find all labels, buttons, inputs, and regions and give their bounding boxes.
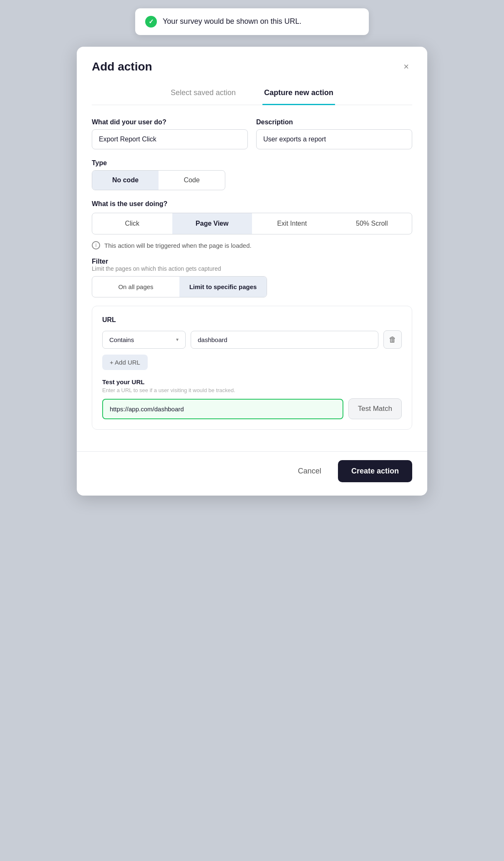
type-group: Type No code Code [92, 159, 412, 190]
url-contains-select[interactable]: Contains ▾ [102, 331, 186, 349]
type-label: Type [92, 159, 412, 167]
modal-footer: Cancel Create action [77, 451, 427, 496]
test-match-button[interactable]: Test Match [348, 398, 402, 419]
action-name-group: What did your user do? [92, 118, 248, 149]
info-icon: i [92, 241, 100, 249]
cancel-button[interactable]: Cancel [288, 461, 331, 481]
chevron-down-icon: ▾ [176, 337, 179, 342]
action-click-button[interactable]: Click [92, 213, 172, 234]
action-scroll-button[interactable]: 50% Scroll [332, 213, 412, 234]
info-message: i This action will be triggered when the… [92, 241, 412, 249]
type-no-code-button[interactable]: No code [92, 171, 159, 190]
success-icon [145, 16, 157, 28]
close-button[interactable]: × [400, 60, 412, 73]
type-toggle: No code Code [92, 170, 225, 190]
tab-capture-new[interactable]: Capture new action [262, 83, 335, 105]
add-url-button[interactable]: + Add URL [102, 355, 148, 370]
url-section: URL Contains ▾ 🗑 + Add URL Test your URL… [92, 306, 412, 430]
description-group: Description [256, 118, 412, 149]
add-action-modal: Add action × Select saved action Capture… [77, 47, 427, 496]
url-contains-label: Contains [109, 336, 134, 343]
toast-message: Your survey would be shown on this URL. [163, 16, 302, 27]
action-name-label: What did your user do? [92, 118, 248, 126]
all-pages-button[interactable]: On all pages [92, 277, 179, 297]
test-url-row: Test Match [102, 398, 402, 419]
page-filter-toggle: On all pages Limit to specific pages [92, 276, 267, 297]
test-url-section: Test your URL Enter a URL to see if a us… [102, 378, 402, 419]
action-description-row: What did your user do? Description [92, 118, 412, 149]
action-pageview-button[interactable]: Page View [172, 213, 252, 234]
description-input[interactable] [256, 129, 412, 149]
specific-pages-button[interactable]: Limit to specific pages [179, 277, 267, 297]
info-text: This action will be triggered when the p… [104, 242, 252, 249]
url-row: Contains ▾ 🗑 [102, 330, 402, 349]
tab-group: Select saved action Capture new action [92, 73, 412, 105]
action-type-toggle: Click Page View Exit Intent 50% Scroll [92, 213, 412, 234]
modal-title: Add action [92, 60, 152, 73]
toast-notification: Your survey would be shown on this URL. [135, 8, 369, 35]
filter-section: Filter Limit the pages on which this act… [92, 258, 412, 297]
description-label: Description [256, 118, 412, 126]
tab-select-saved[interactable]: Select saved action [169, 83, 237, 105]
create-action-button[interactable]: Create action [338, 460, 412, 482]
type-code-button[interactable]: Code [159, 171, 225, 190]
url-section-title: URL [102, 316, 402, 324]
modal-header: Add action × [77, 47, 427, 73]
action-exit-intent-button[interactable]: Exit Intent [252, 213, 332, 234]
test-url-input[interactable] [102, 399, 343, 419]
delete-url-button[interactable]: 🗑 [383, 330, 402, 349]
url-value-input[interactable] [191, 331, 378, 349]
filter-label: Filter [92, 258, 412, 265]
modal-body: What did your user do? Description Type … [77, 105, 427, 451]
test-url-sublabel: Enter a URL to see if a user visiting it… [102, 387, 402, 393]
doing-label: What is the user doing? [92, 200, 412, 208]
test-url-title: Test your URL [102, 378, 402, 385]
trash-icon: 🗑 [389, 335, 396, 344]
filter-sublabel: Limit the pages on which this action get… [92, 265, 412, 272]
action-name-input[interactable] [92, 129, 248, 149]
filter-label-group: Filter Limit the pages on which this act… [92, 258, 412, 272]
